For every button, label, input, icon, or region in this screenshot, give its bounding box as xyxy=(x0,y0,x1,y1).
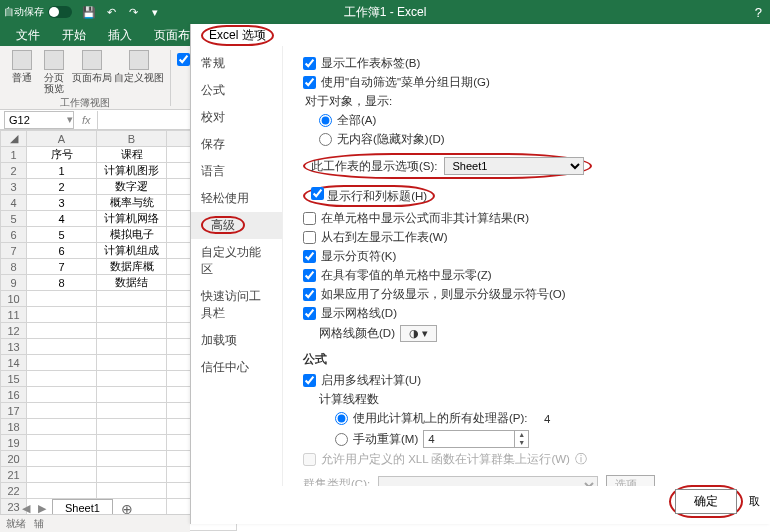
info-icon[interactable]: ⓘ xyxy=(575,452,587,467)
obj-all-radio[interactable] xyxy=(319,114,332,127)
autofilter-date-check[interactable] xyxy=(303,76,316,89)
cluster-type-select xyxy=(378,476,598,487)
cat-proofing[interactable]: 校对 xyxy=(191,104,282,131)
row-header[interactable]: 1 xyxy=(1,147,27,163)
cat-customize-ribbon[interactable]: 自定义功能区 xyxy=(191,239,282,283)
cell[interactable]: 计算机组成 xyxy=(97,243,167,259)
redo-icon[interactable]: ↷ xyxy=(126,5,140,19)
row-header[interactable]: 22 xyxy=(1,483,27,499)
cell[interactable]: 数据结 xyxy=(97,275,167,291)
cell[interactable]: 概率与统 xyxy=(97,195,167,211)
gridlines-checkbox[interactable] xyxy=(177,53,190,66)
view-pagebreak-button[interactable]: 分页 预览 xyxy=(38,50,70,94)
multithread-label: 启用多线程计算(U) xyxy=(321,373,421,388)
row-header[interactable]: 20 xyxy=(1,451,27,467)
row-header[interactable]: 8 xyxy=(1,259,27,275)
gridcolor-picker[interactable]: ◑ ▾ xyxy=(400,325,437,342)
threads-label: 计算线程数 xyxy=(319,392,379,407)
row-header[interactable]: 13 xyxy=(1,339,27,355)
cat-formulas[interactable]: 公式 xyxy=(191,77,282,104)
outline-label: 如果应用了分级显示，则显示分级显示符号(O) xyxy=(321,287,566,302)
row-header[interactable]: 7 xyxy=(1,243,27,259)
cell[interactable]: 模拟电子 xyxy=(97,227,167,243)
show-tabs-check[interactable] xyxy=(303,57,316,70)
xll-cluster-label: 允许用户定义的 XLL 函数在计算群集上运行(W) xyxy=(321,452,570,467)
zero-label: 在具有零值的单元格中显示零(Z) xyxy=(321,268,492,283)
row-header[interactable]: 3 xyxy=(1,179,27,195)
cell[interactable]: 计算机网络 xyxy=(97,211,167,227)
row-header[interactable]: 19 xyxy=(1,435,27,451)
pagebreaks-check[interactable] xyxy=(303,250,316,263)
obj-none-radio[interactable] xyxy=(319,133,332,146)
cell[interactable]: 1 xyxy=(27,163,97,179)
dropdown-icon[interactable]: ▾ xyxy=(67,113,73,126)
help-icon[interactable]: ? xyxy=(755,5,762,20)
cat-advanced[interactable]: 高级 xyxy=(191,212,282,239)
cell[interactable]: 3 xyxy=(27,195,97,211)
rtl-check[interactable] xyxy=(303,231,316,244)
cat-trust[interactable]: 信任中心 xyxy=(191,354,282,381)
status-ready: 就绪 xyxy=(6,517,26,531)
cell[interactable]: 课程 xyxy=(97,147,167,163)
cell[interactable]: 数据库概 xyxy=(97,259,167,275)
row-header[interactable]: 21 xyxy=(1,467,27,483)
row-header[interactable]: 17 xyxy=(1,403,27,419)
cell[interactable]: 6 xyxy=(27,243,97,259)
cat-language[interactable]: 语言 xyxy=(191,158,282,185)
cell[interactable]: 7 xyxy=(27,259,97,275)
gridlines-check2[interactable] xyxy=(303,307,316,320)
cell[interactable]: 计算机图形 xyxy=(97,163,167,179)
manual-spinner[interactable]: 4▲▼ xyxy=(423,430,529,448)
manual-label: 手动重算(M) xyxy=(353,432,418,447)
row-header[interactable]: 9 xyxy=(1,275,27,291)
undo-icon[interactable]: ↶ xyxy=(104,5,118,19)
qat-dropdown-icon[interactable]: ▾ xyxy=(148,5,162,19)
name-box[interactable]: G12▾ xyxy=(4,111,74,129)
tab-insert[interactable]: 插入 xyxy=(98,23,142,48)
row-header[interactable]: 10 xyxy=(1,291,27,307)
fx-icon[interactable]: fx xyxy=(82,114,91,126)
view-normal-button[interactable]: 普通 xyxy=(6,50,38,94)
ok-button[interactable]: 确定 xyxy=(675,489,737,514)
row-header[interactable]: 18 xyxy=(1,419,27,435)
manual-radio[interactable] xyxy=(335,433,348,446)
row-col-headers-check[interactable] xyxy=(311,187,324,200)
row-header[interactable]: 14 xyxy=(1,355,27,371)
cell[interactable]: 2 xyxy=(27,179,97,195)
cancel-button-partial[interactable]: 取 xyxy=(749,494,760,509)
all-proc-radio[interactable] xyxy=(335,412,348,425)
zero-check[interactable] xyxy=(303,269,316,282)
cat-ease[interactable]: 轻松使用 xyxy=(191,185,282,212)
show-formulas-check[interactable] xyxy=(303,212,316,225)
cell[interactable]: 8 xyxy=(27,275,97,291)
cat-addins[interactable]: 加载项 xyxy=(191,327,282,354)
row-header[interactable]: 4 xyxy=(1,195,27,211)
view-layout-button[interactable]: 页面布局 xyxy=(70,50,114,94)
tab-home[interactable]: 开始 xyxy=(52,23,96,48)
cell[interactable]: 4 xyxy=(27,211,97,227)
cat-qat[interactable]: 快速访问工具栏 xyxy=(191,283,282,327)
row-header[interactable]: 6 xyxy=(1,227,27,243)
col-header[interactable]: A xyxy=(27,131,97,147)
row-header[interactable]: 2 xyxy=(1,163,27,179)
cell[interactable]: 数字逻 xyxy=(97,179,167,195)
select-all-corner[interactable]: ◢ xyxy=(1,131,27,147)
sheet-select[interactable]: Sheet1 xyxy=(444,157,584,175)
outline-check[interactable] xyxy=(303,288,316,301)
layout-view-icon xyxy=(82,50,102,70)
col-header[interactable]: B xyxy=(97,131,167,147)
tab-file[interactable]: 文件 xyxy=(6,23,50,48)
view-custom-button[interactable]: 自定义视图 xyxy=(114,50,164,94)
row-header[interactable]: 16 xyxy=(1,387,27,403)
autosave-toggle[interactable]: 自动保存 xyxy=(4,5,72,19)
row-header[interactable]: 5 xyxy=(1,211,27,227)
cell[interactable]: 5 xyxy=(27,227,97,243)
row-header[interactable]: 15 xyxy=(1,371,27,387)
row-header[interactable]: 11 xyxy=(1,307,27,323)
multithread-check[interactable] xyxy=(303,374,316,387)
cell[interactable]: 序号 xyxy=(27,147,97,163)
save-icon[interactable]: 💾 xyxy=(82,5,96,19)
row-header[interactable]: 12 xyxy=(1,323,27,339)
cat-save[interactable]: 保存 xyxy=(191,131,282,158)
cat-general[interactable]: 常规 xyxy=(191,50,282,77)
